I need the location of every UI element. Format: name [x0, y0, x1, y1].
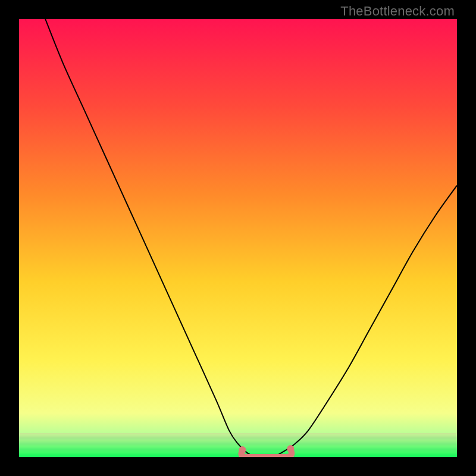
green-bottom-bands	[19, 433, 457, 457]
chart-frame	[19, 19, 457, 457]
watermark-text: TheBottleneck.com	[340, 4, 455, 19]
background-gradient	[19, 19, 457, 457]
